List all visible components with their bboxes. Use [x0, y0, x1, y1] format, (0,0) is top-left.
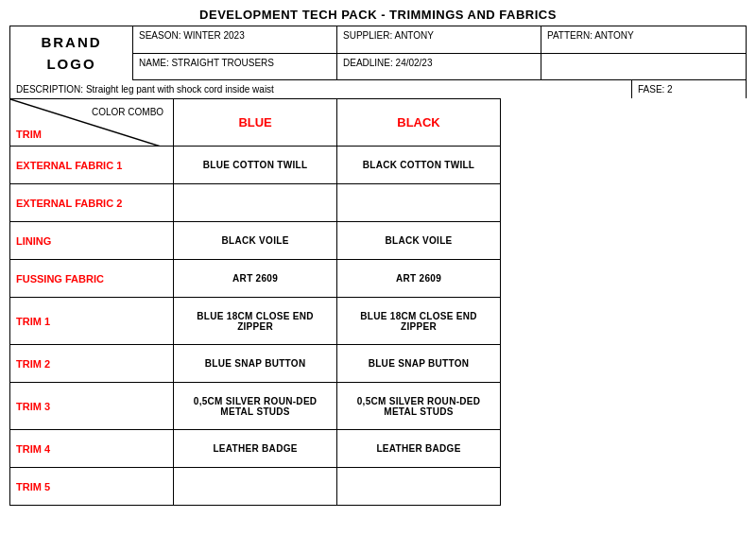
- color-combo-label: COLOR COMBO: [92, 107, 163, 117]
- row-0-col-0: BLUE COTTON TWILL: [174, 147, 337, 184]
- row-6-col-0: 0,5CM SILVER ROUN-DED METAL STUDS: [174, 383, 337, 430]
- table-header-row: COLOR COMBO TRIM BLUE BLACK: [10, 99, 501, 147]
- pattern-cell: PATTERN: ANTONY: [541, 26, 746, 54]
- col-header-black: BLACK: [337, 99, 501, 147]
- table-row: TRIM 2 BLUE SNAP BUTTON BLUE SNAP BUTTON: [10, 345, 501, 383]
- row-label-2: LINING: [10, 222, 174, 260]
- table-row: FUSSING FABRIC ART 2609 ART 2609: [10, 260, 501, 298]
- page-title: DEVELOPMENT TECH PACK - TRIMMINGS AND FA…: [9, 8, 747, 22]
- table-row: TRIM 5: [10, 468, 501, 506]
- row-5-col-0: BLUE SNAP BUTTON: [174, 345, 337, 383]
- brand-logo: BRAND LOGO: [10, 26, 133, 80]
- row-1-col-0: [174, 184, 337, 222]
- row-label-4: TRIM 1: [10, 298, 174, 345]
- table-row: TRIM 1 BLUE 18CM CLOSE END ZIPPER BLUE 1…: [10, 298, 501, 345]
- empty-header-cell: [541, 54, 746, 81]
- description-row: DESCRIPTION: Straight leg pant with shoc…: [9, 80, 747, 98]
- diagonal-header-cell: COLOR COMBO TRIM: [10, 99, 174, 147]
- row-5-col-1: BLUE SNAP BUTTON: [337, 345, 501, 383]
- header-grid: BRAND LOGO SEASON: WINTER 2023 SUPPLIER:…: [9, 26, 747, 80]
- row-label-6: TRIM 3: [10, 383, 174, 430]
- col-header-blue: BLUE: [174, 99, 337, 147]
- table-row: EXTERNAL FABRIC 1 BLUE COTTON TWILL BLAC…: [10, 147, 501, 184]
- table-row: LINING BLACK VOILE BLACK VOILE: [10, 222, 501, 260]
- row-4-col-0: BLUE 18CM CLOSE END ZIPPER: [174, 298, 337, 345]
- row-4-col-1: BLUE 18CM CLOSE END ZIPPER: [337, 298, 501, 345]
- row-3-col-1: ART 2609: [337, 260, 501, 298]
- page: DEVELOPMENT TECH PACK - TRIMMINGS AND FA…: [0, 0, 756, 513]
- supplier-cell: SUPPLIER: ANTONY: [337, 26, 541, 54]
- name-cell: NAME: STRAIGHT TROUSERS: [133, 54, 337, 81]
- row-8-col-0: [174, 468, 337, 506]
- row-label-1: EXTERNAL FABRIC 2: [10, 184, 174, 222]
- table-row: TRIM 3 0,5CM SILVER ROUN-DED METAL STUDS…: [10, 383, 501, 430]
- table-row: TRIM 4 LEATHER BADGE LEATHER BADGE: [10, 430, 501, 468]
- table-row: EXTERNAL FABRIC 2: [10, 184, 501, 222]
- season-cell: SEASON: WINTER 2023: [133, 26, 337, 54]
- row-7-col-0: LEATHER BADGE: [174, 430, 337, 468]
- description-cell: DESCRIPTION: Straight leg pant with shoc…: [10, 80, 632, 98]
- row-8-col-1: [337, 468, 501, 506]
- row-label-8: TRIM 5: [10, 468, 174, 506]
- row-label-0: EXTERNAL FABRIC 1: [10, 147, 174, 184]
- fase-cell: FASE: 2: [632, 80, 746, 98]
- trim-label: TRIM: [16, 129, 42, 140]
- row-7-col-1: LEATHER BADGE: [337, 430, 501, 468]
- row-3-col-0: ART 2609: [174, 260, 337, 298]
- main-table: COLOR COMBO TRIM BLUE BLACK EXTERNAL FAB…: [9, 98, 501, 506]
- row-label-3: FUSSING FABRIC: [10, 260, 174, 298]
- row-label-5: TRIM 2: [10, 345, 174, 383]
- row-2-col-0: BLACK VOILE: [174, 222, 337, 260]
- row-2-col-1: BLACK VOILE: [337, 222, 501, 260]
- deadline-cell: DEADLINE: 24/02/23: [337, 54, 541, 81]
- row-label-7: TRIM 4: [10, 430, 174, 468]
- row-6-col-1: 0,5CM SILVER ROUN-DED METAL STUDS: [337, 383, 501, 430]
- row-0-col-1: BLACK COTTON TWILL: [337, 147, 501, 184]
- row-1-col-1: [337, 184, 501, 222]
